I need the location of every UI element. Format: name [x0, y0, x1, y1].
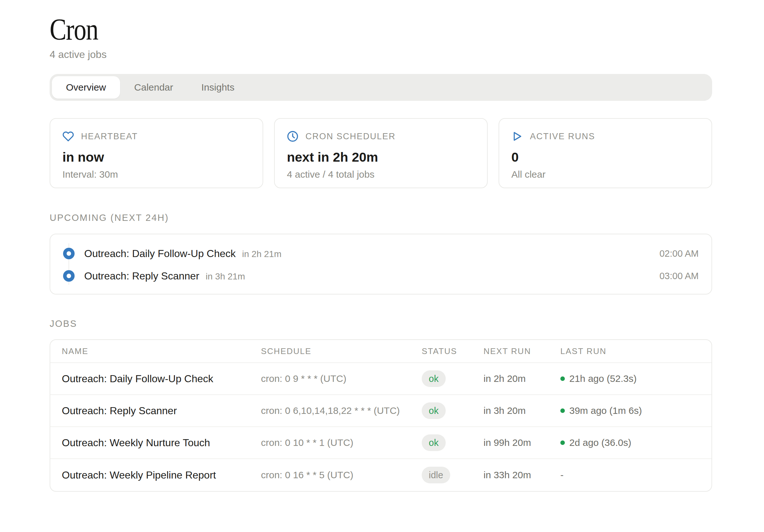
job-schedule: cron: 0 16 * * 5 (UTC): [261, 469, 422, 480]
stat-card-subtext: 4 active / 4 total jobs: [287, 169, 475, 180]
job-schedule: cron: 0 10 * * 1 (UTC): [261, 437, 422, 448]
job-last-run: 2d ago (36.0s): [560, 437, 711, 448]
timeline-dot-icon: [63, 248, 75, 259]
stat-card-subtext: Interval: 30m: [63, 169, 251, 180]
tab-calendar[interactable]: Calendar: [120, 76, 187, 98]
upcoming-list: Outreach: Daily Follow-Up Check in 2h 21…: [50, 234, 712, 294]
jobs-table: NAME SCHEDULE STATUS NEXT RUN LAST RUN O…: [50, 339, 712, 492]
column-header-status: STATUS: [422, 346, 483, 356]
job-next-run: in 3h 20m: [483, 405, 560, 416]
upcoming-item-relative: in 3h 21m: [206, 270, 245, 282]
job-last-run-text: 2d ago (36.0s): [569, 437, 631, 448]
upcoming-item-relative: in 2h 21m: [242, 248, 282, 259]
last-run-dot-icon: [560, 376, 565, 381]
column-header-last-run: LAST RUN: [560, 346, 711, 356]
job-name: Outreach: Weekly Pipeline Report: [62, 469, 261, 481]
table-row[interactable]: Outreach: Reply Scanner cron: 0 6,10,14,…: [50, 395, 711, 427]
status-badge: ok: [422, 435, 446, 451]
jobs-heading: JOBS: [50, 318, 712, 329]
upcoming-item-time: 02:00 AM: [659, 249, 699, 259]
stat-card-value: next in 2h 20m: [287, 150, 475, 165]
stat-card-active-runs: ACTIVE RUNS 0 All clear: [498, 118, 712, 188]
clock-icon: [287, 131, 298, 142]
job-last-run-text: -: [560, 469, 564, 480]
tabbar: Overview Calendar Insights: [50, 74, 712, 101]
job-last-run-text: 21h ago (52.3s): [569, 373, 637, 384]
job-last-run: 39m ago (1m 6s): [560, 405, 711, 416]
last-run-dot-icon: [560, 409, 565, 413]
status-badge: idle: [422, 467, 450, 483]
stat-card-value: 0: [511, 150, 699, 165]
upcoming-heading: UPCOMING (NEXT 24H): [50, 213, 712, 223]
upcoming-item-name: Outreach: Daily Follow-Up Check: [84, 248, 236, 260]
page-title: Cron: [50, 14, 593, 45]
stat-card-heartbeat: HEARTBEAT in now Interval: 30m: [50, 118, 263, 188]
stat-card-header: HEARTBEAT: [63, 131, 251, 142]
stat-card-header: CRON SCHEDULER: [287, 131, 475, 142]
column-header-schedule: SCHEDULE: [261, 346, 422, 356]
job-schedule: cron: 0 9 * * * (UTC): [261, 373, 422, 384]
timeline-dot-icon: [63, 270, 75, 282]
table-row[interactable]: Outreach: Daily Follow-Up Check cron: 0 …: [50, 363, 711, 395]
status-badge: ok: [422, 370, 446, 387]
cron-dashboard-page: Cron 4 active jobs Overview Calendar Ins…: [0, 14, 764, 532]
job-last-run: 21h ago (52.3s): [560, 373, 711, 384]
column-header-name: NAME: [62, 346, 261, 356]
job-next-run: in 33h 20m: [483, 469, 560, 480]
upcoming-item[interactable]: Outreach: Daily Follow-Up Check in 2h 21…: [63, 242, 699, 265]
stat-card-label: CRON SCHEDULER: [305, 131, 396, 141]
tab-overview[interactable]: Overview: [52, 76, 120, 98]
upcoming-item-time: 03:00 AM: [659, 271, 699, 281]
stat-card-label: HEARTBEAT: [81, 131, 138, 141]
table-row[interactable]: Outreach: Weekly Pipeline Report cron: 0…: [50, 459, 711, 491]
job-next-run: in 99h 20m: [483, 437, 560, 448]
status-badge: ok: [422, 402, 446, 419]
job-name: Outreach: Daily Follow-Up Check: [62, 373, 261, 385]
job-last-run: -: [560, 469, 711, 480]
job-last-run-text: 39m ago (1m 6s): [569, 405, 642, 416]
play-icon: [511, 131, 523, 142]
heart-icon: [63, 131, 74, 142]
job-name: Outreach: Reply Scanner: [62, 405, 261, 417]
column-header-next-run: NEXT RUN: [483, 346, 560, 356]
stat-card-label: ACTIVE RUNS: [530, 131, 595, 141]
jobs-table-header: NAME SCHEDULE STATUS NEXT RUN LAST RUN: [50, 340, 711, 363]
job-schedule: cron: 0 6,10,14,18,22 * * * (UTC): [261, 405, 422, 416]
job-name: Outreach: Weekly Nurture Touch: [62, 437, 261, 449]
stat-card-subtext: All clear: [511, 169, 699, 180]
stat-card-value: in now: [63, 150, 251, 165]
job-next-run: in 2h 20m: [483, 373, 560, 384]
upcoming-item[interactable]: Outreach: Reply Scanner in 3h 21m 03:00 …: [63, 265, 699, 287]
page-subtitle: 4 active jobs: [50, 49, 712, 61]
upcoming-item-name: Outreach: Reply Scanner: [84, 270, 199, 282]
stat-cards: HEARTBEAT in now Interval: 30m CRON SCHE…: [50, 118, 712, 188]
tab-insights[interactable]: Insights: [187, 76, 249, 98]
stat-card-cron-scheduler: CRON SCHEDULER next in 2h 20m 4 active /…: [274, 118, 488, 188]
table-row[interactable]: Outreach: Weekly Nurture Touch cron: 0 1…: [50, 427, 711, 459]
last-run-dot-icon: [560, 441, 565, 445]
stat-card-header: ACTIVE RUNS: [511, 131, 699, 142]
